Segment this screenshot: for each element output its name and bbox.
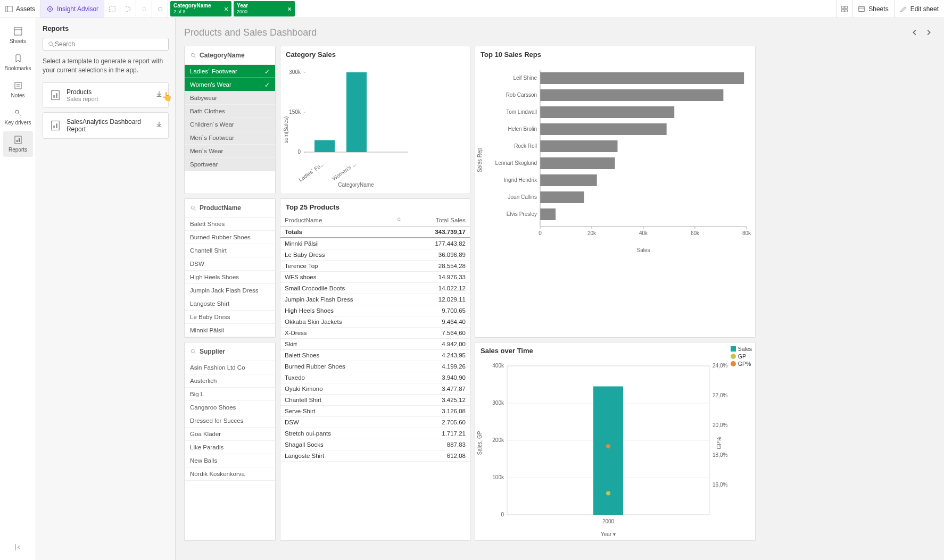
sheets-label: Sheets (868, 5, 888, 13)
table-row[interactable]: DSW2.705,60 (280, 417, 470, 428)
rail-notes[interactable]: Notes (3, 77, 33, 103)
table-row[interactable]: Minnki Pälsii177.443,82 (280, 238, 470, 249)
filter-chip-category[interactable]: CategoryName 2 of 8 × (170, 1, 231, 16)
list-item[interactable]: Like Paradis (185, 441, 275, 454)
svg-rect-28 (56, 93, 57, 98)
panel-icon (5, 5, 13, 13)
supplier-filter-card: Supplier Asin Fashion Ltd CoAusterlichBi… (184, 342, 276, 541)
list-item[interactable]: Cangaroo Shoes (185, 401, 275, 414)
svg-text:0: 0 (297, 149, 301, 155)
sheets-button[interactable]: Sheets (852, 0, 894, 18)
svg-rect-97 (593, 387, 623, 515)
table-row[interactable]: Chantell Shirt3.425,12 (280, 395, 470, 406)
selection-forward[interactable] (152, 0, 168, 18)
list-item[interactable]: High Heels Shoes (185, 271, 275, 284)
table-row[interactable]: Tuxedo3.940,90 (280, 372, 470, 383)
download-icon[interactable] (155, 90, 163, 99)
category-sales-chart[interactable]: Category Sales sum(Sales) 0150k300k Ladi… (280, 46, 470, 194)
top10-reps-chart[interactable]: Top 10 Sales Reps Sales Rep Leif ShineRo… (475, 46, 756, 338)
table-row[interactable]: Oyaki Kimono3.477,87 (280, 383, 470, 395)
list-item[interactable]: Burned Rubber Shoes (185, 231, 275, 244)
list-item[interactable]: Langoste Shirt (185, 297, 275, 311)
svg-text:16,0%: 16,0% (713, 482, 727, 488)
close-icon[interactable]: × (224, 4, 228, 13)
rail-label: Reports (9, 147, 27, 153)
rail-keydrivers[interactable]: Key drivers (3, 104, 33, 130)
list-item[interactable]: Women's Wear (185, 78, 275, 91)
y-axis-label: Sales, GP (477, 431, 483, 455)
grid-button[interactable] (837, 0, 852, 18)
list-item[interactable]: New Balls (185, 454, 275, 467)
list-item[interactable]: DSW (185, 257, 275, 271)
dashboard-main: Products and Sales Dashboard CategoryNam… (176, 18, 944, 560)
selection-back[interactable] (136, 0, 152, 18)
table-row[interactable]: Serve-Shirt3.126,08 (280, 406, 470, 417)
rail-bookmarks[interactable]: Bookmarks (3, 49, 33, 76)
table-row[interactable]: Stretch oui-pants1.717,21 (280, 428, 470, 439)
filter-chip-name: Year (237, 3, 248, 9)
selection-tool-2[interactable] (120, 0, 136, 18)
search-input[interactable] (55, 40, 164, 48)
list-item[interactable]: Sportwear (185, 158, 275, 171)
step-back-icon (140, 5, 148, 13)
list-item[interactable]: Nordik Koskenkorva (185, 467, 275, 481)
list-item[interactable]: Men´s Wear (185, 145, 275, 158)
list-item[interactable]: Children´s Wear (185, 118, 275, 131)
svg-text:Ladies´ Fo...: Ladies´ Fo... (297, 161, 325, 183)
list-item[interactable]: Men´s Footwear (185, 131, 275, 145)
search-box[interactable] (43, 38, 169, 51)
col-product[interactable]: ProductName (280, 214, 406, 227)
list-item[interactable]: Jumpin Jack Flash Dress (185, 284, 275, 297)
list-item[interactable]: Dressed for Succes (185, 414, 275, 428)
table-row[interactable]: Balett Shoes4.243,95 (280, 350, 470, 361)
table-row[interactable]: Small Crocodile Boots14.022,12 (280, 283, 470, 294)
insight-advisor-button[interactable]: Insight Advisor (41, 0, 104, 18)
list-item[interactable]: Austerlich (185, 374, 275, 388)
rail-sheets[interactable]: Sheets (3, 22, 33, 48)
table-row[interactable]: WFS shoes14.976,33 (280, 272, 470, 283)
list-item[interactable]: Ladies´ Footwear (185, 65, 275, 78)
collapse-rail[interactable] (13, 542, 23, 554)
report-card-dashboard[interactable]: SalesAnalytics Dashboard Report (43, 112, 169, 139)
download-icon[interactable] (155, 121, 163, 130)
svg-rect-5 (143, 7, 145, 10)
table-row[interactable]: Skirt4.942,00 (280, 339, 470, 350)
table-row[interactable]: Jumpin Jack Flash Dress12.029,11 (280, 294, 470, 305)
list-item[interactable]: Babywear (185, 91, 275, 105)
filter-chip-year[interactable]: Year 2000 × (234, 1, 295, 16)
sales-over-time-chart[interactable]: Sales over Time Sales GP GP% Sales, GP G… (475, 342, 756, 541)
edit-sheet-button[interactable]: Edit sheet (895, 0, 944, 18)
filter-chip-sub: 2 of 8 (173, 9, 211, 15)
col-sales[interactable]: Total Sales (406, 214, 470, 227)
table-row[interactable]: Burned Rubber Shoes4.199,26 (280, 361, 470, 372)
list-item[interactable]: Minnki Pälsii (185, 324, 275, 337)
list-item[interactable]: Bath Clothes (185, 105, 275, 118)
svg-rect-42 (346, 72, 367, 152)
lasso-icon (125, 5, 132, 13)
table-row[interactable]: Langoste Shirt612,08 (280, 450, 470, 462)
table-row[interactable]: High Heels Shoes9.700,65 (280, 305, 470, 316)
svg-text:18,0%: 18,0% (713, 452, 727, 458)
list-item[interactable]: Asin Fashion Ltd Co (185, 361, 275, 374)
selection-tool-1[interactable] (104, 0, 120, 18)
top25-products-table[interactable]: Top 25 Products ProductName Total Sales … (280, 198, 470, 541)
report-card-products[interactable]: Products Sales report (43, 82, 169, 108)
table-row[interactable]: X-Dress7.564,60 (280, 328, 470, 339)
assets-button[interactable]: Assets (0, 0, 41, 18)
list-item[interactable]: Goa Kläder (185, 428, 275, 441)
list-item[interactable]: Le Baby Dress (185, 311, 275, 324)
rail-reports[interactable]: Reports (3, 131, 33, 157)
svg-line-76 (194, 209, 196, 211)
list-item[interactable]: Big L (185, 388, 275, 401)
table-row[interactable]: Terence Top28.554,28 (280, 261, 470, 272)
svg-text:60k: 60k (691, 230, 700, 236)
close-icon[interactable]: × (287, 4, 292, 13)
table-row[interactable]: Shagall Socks887,83 (280, 439, 470, 450)
list-item[interactable]: Balett Shoes (185, 218, 275, 231)
list-item[interactable]: Chantell Shirt (185, 244, 275, 257)
svg-text:300k: 300k (289, 69, 301, 75)
table-row[interactable]: Okkaba Skin Jackets9.464,40 (280, 316, 470, 328)
prev-sheet[interactable] (908, 26, 922, 39)
next-sheet[interactable] (922, 26, 935, 39)
table-row[interactable]: Le Baby Dress36.096,89 (280, 249, 470, 261)
